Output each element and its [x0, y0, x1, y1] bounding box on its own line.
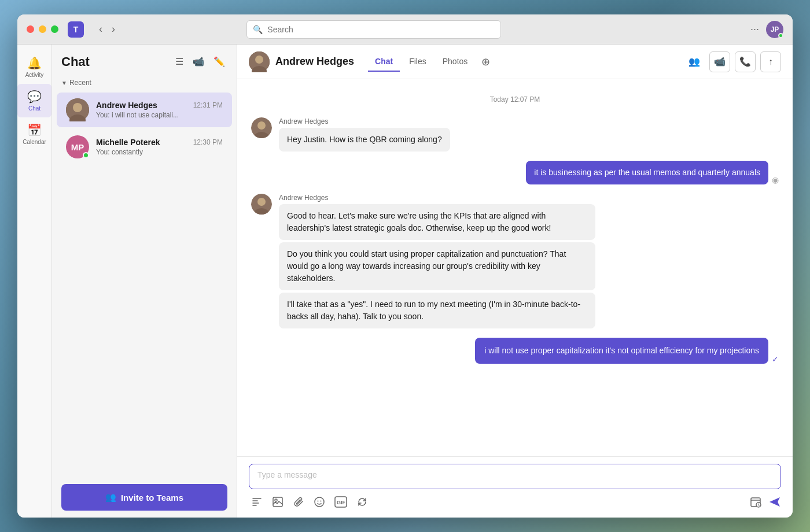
message-input-box[interactable]: Type a message — [249, 464, 781, 489]
svg-text:GIF: GIF — [337, 500, 346, 505]
chat-list-header: Chat ☰ 📹 ✏️ — [52, 45, 237, 74]
message-group-2: it is businessing as per the usual memos… — [251, 161, 779, 184]
outgoing-row-2: i will not use proper capitalization it'… — [475, 338, 779, 364]
message-input-placeholder: Type a message — [257, 470, 317, 479]
send-button[interactable] — [768, 494, 781, 513]
loop-button[interactable] — [354, 494, 370, 513]
message-group-3: Andrew Hedges Good to hear. Let's make s… — [251, 194, 779, 328]
back-button[interactable]: ‹ — [95, 22, 106, 36]
message-input-area: Type a message — [237, 456, 793, 518]
svg-point-15 — [318, 501, 319, 502]
schedule-button[interactable] — [748, 494, 764, 513]
right-toolbar — [748, 494, 781, 513]
chat-list-spacer — [52, 165, 237, 477]
share-button[interactable]: ↑ — [760, 51, 781, 72]
svg-rect-12 — [273, 497, 282, 507]
msg-sender-2: Andrew Hedges — [279, 194, 595, 202]
new-chat-button[interactable]: ✏️ — [211, 54, 227, 69]
svg-point-7 — [257, 121, 266, 130]
tab-chat[interactable]: Chat — [368, 52, 400, 72]
chat-item-michelle[interactable]: MP Michelle Poterek 12:30 PM You: consta… — [57, 130, 232, 164]
msg-bubble-3c: I'll take that as a "yes". I need to run… — [279, 293, 595, 328]
message-group-1: Andrew Hedges Hey Justin. How is the QBR… — [251, 117, 779, 152]
search-bar[interactable]: 🔍 — [246, 20, 501, 39]
msg-bubble-4: i will not use proper capitalization it'… — [475, 338, 768, 364]
add-people-button[interactable]: 👥 — [684, 51, 705, 72]
chat-main: Andrew Hedges Chat Files Photos ⊕ 👥 📹 📞 … — [237, 45, 793, 518]
chat-header-avatar — [249, 51, 270, 72]
chat-label: Chat — [28, 105, 41, 112]
status-dot — [778, 33, 783, 38]
svg-point-13 — [275, 499, 277, 501]
michelle-name-row: Michelle Poterek 12:30 PM — [96, 138, 223, 147]
msg-sender-1: Andrew Hedges — [279, 117, 450, 125]
read-indicator-2: ✓ — [772, 354, 779, 364]
teams-icon: T — [68, 21, 84, 38]
minimize-button[interactable] — [39, 25, 46, 33]
andrew-bubbles: Good to hear. Let's make sure we're usin… — [279, 204, 595, 328]
chat-list-actions: ☰ 📹 ✏️ — [173, 54, 227, 69]
chat-header-actions: 👥 📹 📞 ↑ — [684, 51, 781, 72]
main-content: 🔔 Activity 💬 Chat 📅 Calendar Chat ☰ 📹 ✏️ — [17, 45, 793, 518]
nav-arrows: ‹ › — [95, 22, 119, 36]
video-call-button[interactable]: 📹 — [190, 54, 207, 69]
chat-header: Andrew Hedges Chat Files Photos ⊕ 👥 📹 📞 … — [237, 45, 793, 79]
michelle-time: 12:30 PM — [193, 138, 223, 146]
forward-button[interactable]: › — [108, 22, 119, 36]
invite-to-teams-button[interactable]: 👥 Invite to Teams — [61, 484, 227, 511]
attach-button[interactable] — [290, 494, 307, 513]
outgoing-row-1: it is businessing as per the usual memos… — [526, 161, 779, 184]
read-indicator-1: ◉ — [772, 175, 779, 184]
msg-bubble-1: Hey Justin. How is the QBR coming along? — [279, 128, 450, 152]
calendar-label: Calendar — [23, 139, 46, 145]
sidebar-item-chat[interactable]: 💬 Chat — [17, 84, 51, 117]
tab-files[interactable]: Files — [402, 52, 433, 72]
more-options-button[interactable]: ··· — [750, 23, 759, 35]
andrew-avatar — [66, 98, 89, 121]
andrew-name-row: Andrew Hedges 12:31 PM — [96, 101, 223, 110]
chevron-icon: ▼ — [61, 80, 67, 86]
filter-button[interactable]: ☰ — [173, 54, 186, 69]
chat-header-name: Andrew Hedges — [275, 56, 354, 68]
invite-label: Invite to Teams — [121, 493, 183, 503]
gif-button[interactable]: GIF — [332, 494, 349, 513]
andrew-preview: You: i will not use capitali... — [96, 111, 223, 119]
titlebar-right: ··· JP — [750, 21, 783, 38]
traffic-lights — [27, 25, 58, 33]
close-button[interactable] — [27, 25, 34, 33]
tab-photos[interactable]: Photos — [436, 52, 475, 72]
add-tab-button[interactable]: ⊕ — [477, 53, 495, 71]
msg-bubble-2: it is businessing as per the usual memos… — [526, 161, 768, 184]
fullscreen-button[interactable] — [51, 25, 58, 33]
video-call-header-button[interactable]: 📹 — [709, 51, 730, 72]
format-button[interactable] — [249, 494, 265, 513]
message-toolbar: GIF — [249, 494, 781, 513]
andrew-name: Andrew Hedges — [96, 101, 157, 110]
user-avatar[interactable]: JP — [766, 21, 783, 38]
date-divider: Today 12:07 PM — [251, 95, 779, 104]
andrew-time: 12:31 PM — [193, 101, 223, 109]
svg-point-14 — [315, 497, 324, 507]
search-icon: 🔍 — [253, 25, 263, 34]
image-button[interactable] — [270, 494, 286, 513]
msg-bubble-3a: Good to hear. Let's make sure we're usin… — [279, 204, 595, 240]
sidebar: 🔔 Activity 💬 Chat 📅 Calendar — [17, 45, 52, 518]
message-group-4: i will not use proper capitalization it'… — [251, 338, 779, 364]
invite-icon: 👥 — [105, 492, 116, 503]
andrew-msg-content-2: Andrew Hedges Good to hear. Let's make s… — [279, 194, 595, 328]
andrew-info: Andrew Hedges 12:31 PM You: i will not u… — [96, 101, 223, 119]
emoji-button[interactable] — [311, 494, 327, 513]
audio-call-button[interactable]: 📞 — [735, 51, 756, 72]
michelle-name: Michelle Poterek — [96, 138, 160, 147]
svg-point-10 — [257, 198, 266, 206]
sidebar-item-calendar[interactable]: 📅 Calendar — [17, 117, 51, 151]
sidebar-item-activity[interactable]: 🔔 Activity — [17, 50, 51, 84]
andrew-msg-avatar-2 — [251, 194, 272, 215]
app-window: T ‹ › 🔍 ··· JP 🔔 Activity 💬 Chat — [17, 14, 793, 518]
chat-icon: 💬 — [27, 90, 42, 104]
michelle-avatar-wrapper: MP — [66, 135, 89, 158]
michelle-info: Michelle Poterek 12:30 PM You: constantl… — [96, 138, 223, 156]
recent-label: ▼ Recent — [52, 74, 237, 91]
search-input[interactable] — [267, 25, 495, 34]
chat-item-andrew[interactable]: Andrew Hedges 12:31 PM You: i will not u… — [57, 93, 232, 127]
